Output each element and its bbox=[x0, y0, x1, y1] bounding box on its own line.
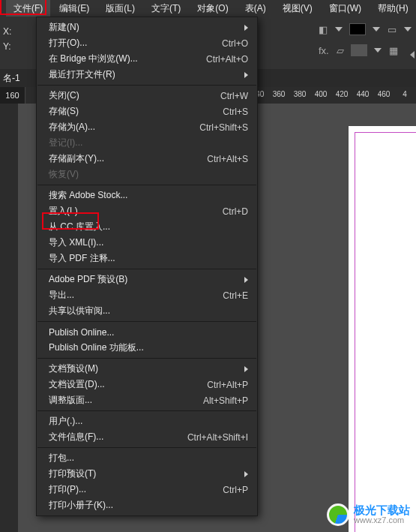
menu-separator bbox=[37, 321, 256, 322]
y-label: Y: bbox=[3, 41, 11, 52]
menu-item-label: 打开(O)... bbox=[49, 37, 213, 50]
menu-item-shortcut: Ctrl+Alt+S bbox=[207, 154, 248, 164]
menu-item-label: 调整版面... bbox=[49, 394, 194, 407]
menu-item: 登记(I)... bbox=[37, 135, 257, 151]
submenu-arrow-icon bbox=[244, 366, 248, 372]
menu-item[interactable]: 新建(N) bbox=[37, 20, 257, 35]
menu-item[interactable]: Publish Online... bbox=[37, 324, 257, 340]
menu-view[interactable]: 视图(V) bbox=[275, 0, 320, 17]
submenu-arrow-icon bbox=[244, 277, 248, 283]
menu-item[interactable]: 打印小册子(K)... bbox=[37, 497, 257, 513]
menu-item-label: 导出... bbox=[49, 289, 214, 302]
cell-icon[interactable]: ▦ bbox=[389, 45, 398, 56]
menu-item-shortcut: Alt+Shift+P bbox=[203, 395, 248, 406]
ruler-tick-label: 4 bbox=[403, 90, 407, 98]
menu-separator bbox=[37, 85, 256, 86]
menu-item[interactable]: 用户(.)... bbox=[37, 413, 257, 429]
watermark-url: www.xz7.com bbox=[354, 515, 410, 525]
menu-item[interactable]: 从 CC 库置入... bbox=[37, 219, 257, 235]
menu-item-label: 新建(N) bbox=[49, 21, 238, 34]
menu-item-label: 用户(.)... bbox=[49, 415, 248, 428]
menu-item[interactable]: 打包... bbox=[37, 450, 257, 466]
page-margin-guide bbox=[355, 132, 416, 532]
menu-item-label: 关闭(C) bbox=[49, 89, 211, 102]
document-tab-label: 名-1 bbox=[3, 72, 20, 85]
menu-item[interactable]: 最近打开文件(R) bbox=[37, 67, 257, 83]
menu-item-label: 置入(L)... bbox=[49, 205, 214, 218]
menu-item-label: 文档预设(M) bbox=[49, 362, 238, 375]
menubar: 文件(F) 编辑(E) 版面(L) 文字(T) 对象(O) 表(A) 视图(V)… bbox=[0, 0, 416, 17]
dropdown-caret-icon[interactable] bbox=[404, 27, 412, 32]
ruler-tick-label: 460 bbox=[378, 90, 391, 98]
page-icon[interactable]: ▭ bbox=[388, 24, 397, 35]
menu-item[interactable]: 导入 XML(I)... bbox=[37, 235, 257, 251]
stroke-icon[interactable]: ▱ bbox=[337, 45, 344, 56]
menu-item-shortcut: Ctrl+Alt+Shift+I bbox=[187, 432, 248, 443]
file-menu-dropdown: 新建(N)打开(O)...Ctrl+O在 Bridge 中浏览(W)...Ctr… bbox=[36, 17, 258, 516]
ruler-corner[interactable]: 160 bbox=[0, 87, 25, 104]
dropdown-caret-icon[interactable] bbox=[335, 27, 343, 32]
submenu-arrow-icon bbox=[244, 72, 248, 78]
dropdown-caret-icon[interactable] bbox=[374, 48, 382, 53]
xy-readout: X: Y: bbox=[3, 24, 11, 54]
menu-item[interactable]: 在 Bridge 中浏览(W)...Ctrl+Alt+O bbox=[37, 51, 257, 67]
menu-item-label: 从 CC 库置入... bbox=[49, 221, 248, 233]
vertical-ruler[interactable] bbox=[0, 104, 18, 532]
menu-item-label: 在 Bridge 中浏览(W)... bbox=[49, 53, 197, 65]
menu-text[interactable]: 文字(T) bbox=[144, 0, 188, 17]
menu-item[interactable]: 存储为(A)...Ctrl+Shift+S bbox=[37, 119, 257, 135]
menu-object[interactable]: 对象(O) bbox=[190, 0, 235, 17]
menu-item[interactable]: 打印预设(T) bbox=[37, 466, 257, 482]
menu-item-label: Adobe PDF 预设(B) bbox=[49, 273, 238, 286]
menu-item[interactable]: 共享以供审阅... bbox=[37, 303, 257, 319]
menu-item-shortcut: Ctrl+Shift+S bbox=[199, 122, 248, 133]
menu-item[interactable]: 关闭(C)Ctrl+W bbox=[37, 88, 257, 104]
menu-item[interactable]: 导出...Ctrl+E bbox=[37, 287, 257, 303]
menu-separator bbox=[37, 185, 256, 185]
menu-item[interactable]: 文档预设(M) bbox=[37, 361, 257, 377]
menu-item-label: 打印预设(T) bbox=[49, 467, 238, 480]
menu-item[interactable]: Adobe PDF 预设(B) bbox=[37, 272, 257, 287]
stroke-swatch[interactable] bbox=[352, 45, 367, 56]
menu-separator bbox=[37, 447, 256, 448]
ruler-tick-label: 380 bbox=[294, 90, 307, 98]
ruler-tick-label: 420 bbox=[336, 90, 349, 98]
menu-help[interactable]: 帮助(H) bbox=[370, 0, 416, 17]
menu-item[interactable]: Publish Online 功能板... bbox=[37, 340, 257, 356]
fx-icon[interactable]: fx. bbox=[319, 45, 329, 56]
watermark-logo-icon bbox=[327, 503, 349, 526]
menu-item[interactable]: 搜索 Adobe Stock... bbox=[37, 188, 257, 203]
control-right-tools: ◧ ▭ fx. ▱ ▦ bbox=[319, 21, 412, 59]
menu-item[interactable]: 文档设置(D)...Ctrl+Alt+P bbox=[37, 377, 257, 392]
menu-separator bbox=[37, 410, 256, 411]
menu-item-label: 登记(I)... bbox=[49, 137, 248, 149]
menu-item[interactable]: 置入(L)...Ctrl+D bbox=[37, 203, 257, 219]
menu-item[interactable]: 文件信息(F)...Ctrl+Alt+Shift+I bbox=[37, 429, 257, 445]
dropdown-caret-icon[interactable] bbox=[373, 27, 380, 32]
menu-item[interactable]: 打开(O)...Ctrl+O bbox=[37, 35, 257, 51]
fill-swatch[interactable] bbox=[350, 24, 365, 35]
menu-table[interactable]: 表(A) bbox=[238, 0, 274, 17]
menu-file[interactable]: 文件(F) bbox=[6, 0, 50, 17]
menu-window[interactable]: 窗口(W) bbox=[322, 0, 369, 17]
collapse-panel-icon[interactable] bbox=[410, 51, 415, 59]
menu-item[interactable]: 存储副本(Y)...Ctrl+Alt+S bbox=[37, 151, 257, 167]
menu-item-shortcut: Ctrl+O bbox=[222, 38, 248, 49]
menu-layout[interactable]: 版面(L) bbox=[98, 0, 142, 17]
fill-icon[interactable]: ◧ bbox=[319, 24, 328, 35]
menu-item-label: 搜索 Adobe Stock... bbox=[49, 189, 248, 202]
menu-item[interactable]: 导入 PDF 注释... bbox=[37, 251, 257, 266]
document-page[interactable] bbox=[349, 126, 416, 532]
watermark: 极光下载站 www.xz7.com bbox=[327, 503, 410, 526]
menu-item[interactable]: 调整版面...Alt+Shift+P bbox=[37, 392, 257, 408]
menu-item-shortcut: Ctrl+Alt+P bbox=[207, 380, 248, 390]
menu-item-label: Publish Online 功能板... bbox=[49, 341, 248, 354]
submenu-arrow-icon bbox=[244, 25, 248, 31]
menu-item[interactable]: 打印(P)...Ctrl+P bbox=[37, 482, 257, 497]
ruler-tick-label: 400 bbox=[315, 90, 328, 98]
menu-item: 恢复(V) bbox=[37, 167, 257, 182]
menu-item-label: 打包... bbox=[49, 452, 248, 464]
menu-edit[interactable]: 编辑(E) bbox=[52, 0, 97, 17]
menu-item-shortcut: Ctrl+W bbox=[220, 91, 248, 101]
menu-item[interactable]: 存储(S)Ctrl+S bbox=[37, 104, 257, 119]
